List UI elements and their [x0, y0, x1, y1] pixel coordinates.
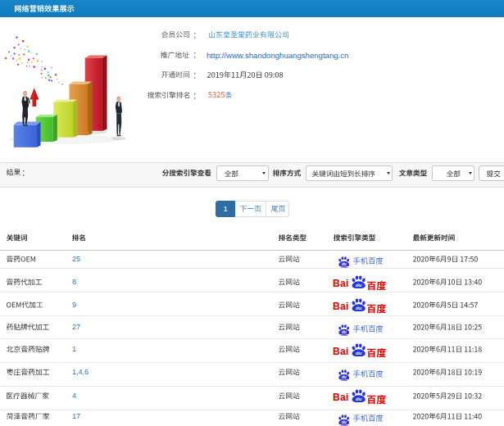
- svg-text:du: du: [341, 262, 346, 266]
- svg-text:du: du: [341, 330, 346, 334]
- svg-text:du: du: [356, 397, 362, 401]
- svg-text:du: du: [356, 306, 362, 310]
- svg-text:du: du: [356, 351, 362, 356]
- svg-text:du: du: [341, 375, 346, 379]
- svg-text:du: du: [356, 283, 362, 288]
- svg-text:du: du: [341, 420, 346, 424]
